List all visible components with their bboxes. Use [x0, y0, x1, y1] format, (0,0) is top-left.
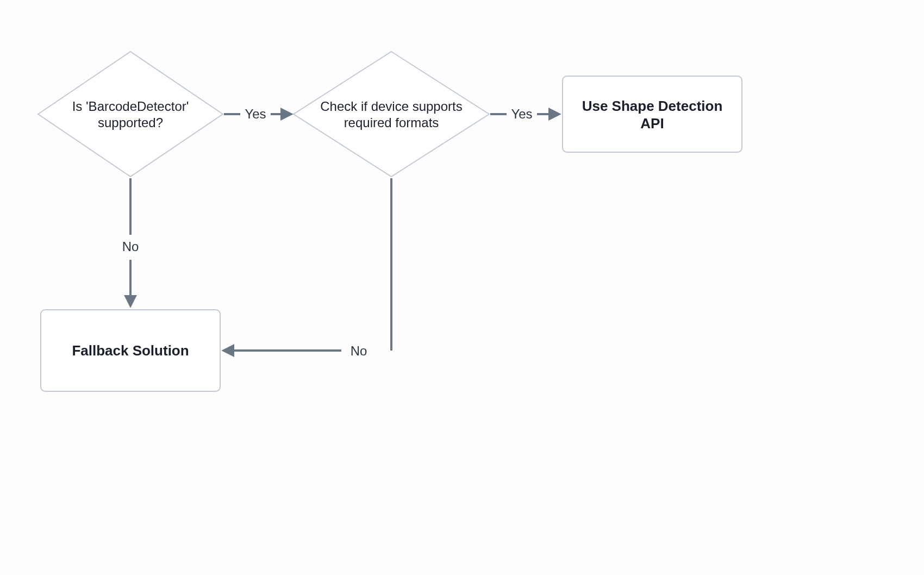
flowchart-canvas: Is 'BarcodeDetector' supported? Check if… [0, 0, 924, 575]
svg-marker-1 [294, 52, 489, 177]
svg-marker-0 [38, 52, 223, 177]
result-fallback-text: Fallback Solution [72, 342, 189, 359]
edge-d2-yes: Yes [490, 107, 559, 121]
edge-d1-yes: Yes [224, 107, 291, 121]
result-api-line1: Use Shape Detection [582, 98, 723, 114]
decision1-line2: supported? [98, 115, 163, 130]
decision-device-supports-formats: Check if device supports required format… [294, 52, 489, 177]
edge-d2-yes-label: Yes [511, 107, 532, 121]
edge-d1-no: No [122, 178, 139, 305]
result-fallback-solution: Fallback Solution [41, 310, 220, 391]
edge-d2-no-label: No [351, 343, 367, 358]
svg-rect-2 [563, 76, 742, 152]
decision2-line2: required formats [344, 115, 439, 130]
edge-d2-no: No [224, 178, 391, 358]
decision1-line1: Is 'BarcodeDetector' [72, 99, 189, 114]
result-use-shape-detection-api: Use Shape Detection API [563, 76, 742, 152]
edge-d1-yes-label: Yes [245, 107, 266, 121]
decision2-line1: Check if device supports [320, 99, 462, 114]
decision-barcode-detector: Is 'BarcodeDetector' supported? [38, 52, 223, 177]
edge-d1-no-label: No [122, 239, 139, 254]
result-api-line2: API [640, 115, 664, 132]
